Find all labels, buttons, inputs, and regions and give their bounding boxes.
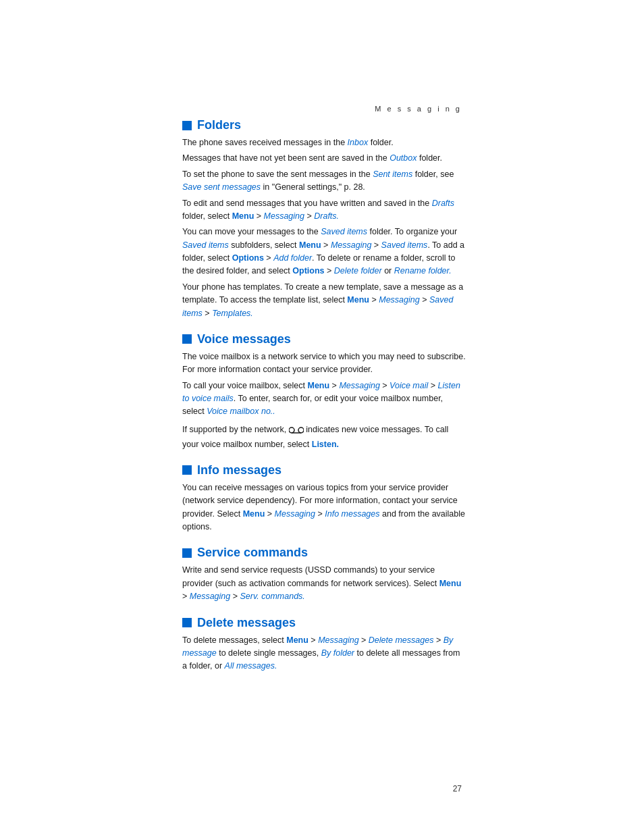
- section-voice-messages: Voice messagesThe voice mailbox is a net…: [182, 332, 466, 451]
- link-bold[interactable]: Options: [292, 266, 324, 276]
- section-title-text-service-commands: Service commands: [197, 546, 308, 560]
- text-normal: to delete single messages,: [217, 648, 321, 658]
- link-italic[interactable]: Saved items: [321, 227, 367, 236]
- text-normal: To edit and send messages that you have …: [182, 199, 432, 208]
- text-normal: >: [264, 253, 273, 263]
- link-italic[interactable]: Inbox: [348, 138, 369, 147]
- link-italic[interactable]: Drafts.: [314, 211, 339, 221]
- text-normal: To delete messages, select: [182, 635, 286, 645]
- text-normal: folder.: [368, 138, 394, 147]
- link-italic[interactable]: Messaging: [275, 509, 315, 519]
- text-normal: subfolders, select: [229, 240, 299, 250]
- paragraph-delete-messages-0: To delete messages, select Menu > Messag…: [182, 634, 466, 673]
- text-normal: The voice mailbox is a network service t…: [182, 352, 466, 374]
- link-bold[interactable]: Menu: [299, 240, 321, 250]
- link-italic[interactable]: Delete messages: [369, 635, 434, 645]
- text-normal: >: [182, 592, 190, 601]
- link-bold[interactable]: Menu: [439, 579, 462, 588]
- link-bold[interactable]: Menu: [243, 509, 265, 519]
- svg-point-0: [289, 427, 294, 433]
- link-italic[interactable]: Messaging: [264, 211, 304, 221]
- paragraph-voice-messages-0: The voice mailbox is a network service t…: [182, 350, 466, 377]
- text-normal: folder, select: [182, 211, 232, 221]
- link-italic[interactable]: Messaging: [331, 240, 371, 250]
- section-title-text-info-messages: Info messages: [197, 463, 281, 477]
- paragraph-folders-3: To edit and send messages that you have …: [182, 197, 466, 224]
- link-bold[interactable]: Options: [232, 253, 264, 263]
- link-italic[interactable]: All messages.: [225, 661, 277, 671]
- link-italic[interactable]: Delete folder: [334, 266, 382, 276]
- text-normal: or: [382, 266, 394, 276]
- link-italic[interactable]: By folder: [321, 648, 354, 658]
- link-bold[interactable]: Listen.: [312, 440, 339, 449]
- paragraph-voice-messages-2: If supported by the network, indicates n…: [182, 421, 466, 451]
- link-italic[interactable]: Saved items: [182, 240, 229, 250]
- paragraph-folders-4: You can move your messages to the Saved …: [182, 226, 466, 278]
- text-normal: To call your voice mailbox, select: [182, 381, 308, 390]
- text-normal: >: [265, 509, 274, 519]
- link-italic[interactable]: Rename folder.: [394, 266, 452, 276]
- text-normal: Write and send service requests (USSD co…: [182, 565, 439, 588]
- section-title-delete-messages: Delete messages: [182, 616, 466, 630]
- text-normal: folder.: [417, 153, 442, 163]
- text-normal: >: [230, 592, 240, 601]
- paragraph-service-commands-0: Write and send service requests (USSD co…: [182, 564, 466, 603]
- page-number: 27: [453, 784, 462, 793]
- text-normal: Messages that have not yet been sent are…: [182, 153, 390, 163]
- link-italic[interactable]: Messaging: [190, 592, 230, 601]
- link-bold[interactable]: Menu: [347, 295, 369, 305]
- link-italic[interactable]: Save sent messages: [182, 182, 261, 192]
- text-normal: >: [433, 635, 443, 645]
- link-italic[interactable]: Saved items: [381, 240, 428, 250]
- text-normal: >: [369, 295, 379, 305]
- link-bold[interactable]: Menu: [308, 381, 330, 390]
- text-normal: >: [254, 211, 263, 221]
- paragraph-folders-5: Your phone has templates. To create a ne…: [182, 281, 466, 320]
- link-italic[interactable]: Add folder: [273, 253, 312, 263]
- section-icon-voice-messages: [182, 334, 192, 344]
- text-normal: >: [321, 240, 331, 250]
- section-icon-service-commands: [182, 548, 192, 558]
- link-italic[interactable]: Sent items: [373, 170, 412, 179]
- link-italic[interactable]: Info messages: [325, 509, 379, 519]
- text-normal: >: [325, 266, 334, 276]
- content-area: FoldersThe phone saves received messages…: [182, 118, 466, 673]
- link-bold[interactable]: Menu: [286, 635, 308, 645]
- text-normal: >: [315, 509, 325, 519]
- text-normal: To set the phone to save the sent messag…: [182, 170, 373, 179]
- link-italic[interactable]: Templates.: [212, 309, 253, 318]
- section-icon-folders: [182, 121, 192, 130]
- text-normal: >: [359, 635, 369, 645]
- header-label: M e s s a g i n g: [375, 105, 462, 113]
- section-icon-delete-messages: [182, 618, 192, 627]
- paragraph-info-messages-0: You can receive messages on various topi…: [182, 481, 466, 534]
- link-italic[interactable]: Messaging: [339, 381, 379, 390]
- paragraph-folders-1: Messages that have not yet been sent are…: [182, 152, 466, 165]
- section-title-text-delete-messages: Delete messages: [197, 616, 296, 630]
- text-normal: >: [308, 635, 318, 645]
- link-italic[interactable]: Voice mail: [390, 381, 428, 390]
- link-bold[interactable]: Menu: [232, 211, 254, 221]
- text-normal: >: [420, 295, 429, 305]
- link-italic[interactable]: Voice mailbox no..: [207, 407, 275, 416]
- svg-point-1: [298, 427, 304, 433]
- paragraph-voice-messages-1: To call your voice mailbox, select Menu …: [182, 380, 466, 419]
- text-normal: >: [329, 381, 339, 390]
- paragraph-folders-0: The phone saves received messages in the…: [182, 136, 466, 149]
- section-title-text-voice-messages: Voice messages: [197, 332, 291, 346]
- text-normal: >: [380, 381, 390, 390]
- section-icon-info-messages: [182, 465, 192, 475]
- link-italic[interactable]: Outbox: [390, 153, 417, 163]
- link-italic[interactable]: Messaging: [379, 295, 419, 305]
- section-title-folders: Folders: [182, 118, 466, 132]
- link-italic[interactable]: Drafts: [432, 199, 454, 208]
- section-service-commands: Service commandsWrite and send service r…: [182, 546, 466, 603]
- section-delete-messages: Delete messagesTo delete messages, selec…: [182, 616, 466, 673]
- link-italic[interactable]: Serv. commands.: [240, 592, 304, 601]
- link-italic[interactable]: Messaging: [318, 635, 358, 645]
- text-normal: You can move your messages to the: [182, 227, 321, 236]
- page: M e s s a g i n g FoldersThe phone saves…: [0, 0, 644, 834]
- text-normal: folder, see: [412, 170, 454, 179]
- paragraph-folders-2: To set the phone to save the sent messag…: [182, 168, 466, 194]
- text-normal: If supported by the network,: [182, 424, 289, 434]
